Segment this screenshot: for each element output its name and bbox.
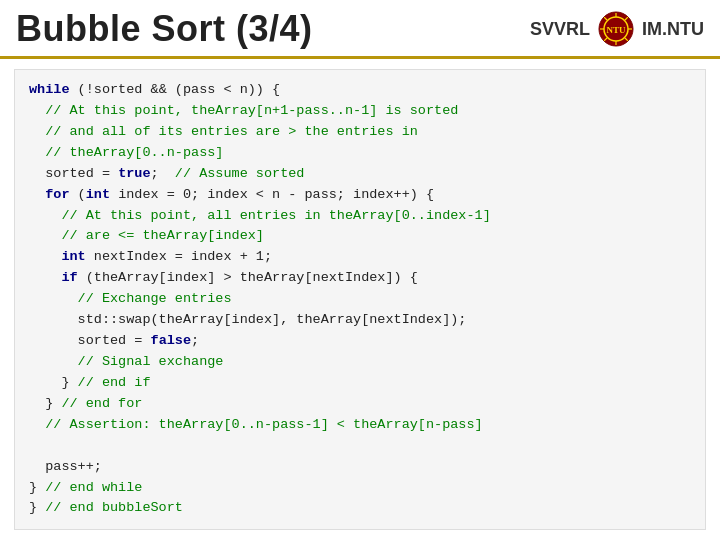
code-line-8: // are <= theArray[index] [29,226,691,247]
code-line-7: // At this point, all entries in theArra… [29,206,691,227]
svvrl-text: SVVRL [530,19,590,40]
code-line-3: // and all of its entries are > the entr… [29,122,691,143]
code-line-4: // theArray[0..n-pass] [29,143,691,164]
page-title: Bubble Sort (3/4) [16,8,313,50]
code-line-15: } // end if [29,373,691,394]
code-line-5: sorted = true; // Assume sorted [29,164,691,185]
code-line-10: if (theArray[index] > theArray[nextIndex… [29,268,691,289]
imntu-text: IM.NTU [642,19,704,40]
code-line-1: while (!sorted && (pass < n)) { [29,80,691,101]
code-line-14: // Signal exchange [29,352,691,373]
code-line-11: // Exchange entries [29,289,691,310]
ntu-logo-icon: NTU [598,11,634,47]
code-line-18: pass++; [29,457,691,478]
code-line-13: sorted = false; [29,331,691,352]
code-line-2: // At this point, theArray[n+1-pass..n-1… [29,101,691,122]
page-wrapper: Bubble Sort (3/4) SVVRL NTU [0,0,720,530]
svg-text:NTU: NTU [606,25,626,35]
code-line-6: for (int index = 0; index < n - pass; in… [29,185,691,206]
code-line-blank [29,436,691,457]
header: Bubble Sort (3/4) SVVRL NTU [0,0,720,59]
code-line-17: // Assertion: theArray[0..n-pass-1] < th… [29,415,691,436]
code-block: while (!sorted && (pass < n)) { // At th… [14,69,706,530]
code-line-12: std::swap(theArray[index], theArray[next… [29,310,691,331]
logo-area: SVVRL NTU IM.NTU [530,11,704,47]
code-line-16: } // end for [29,394,691,415]
code-line-9: int nextIndex = index + 1; [29,247,691,268]
code-line-19: } // end while [29,478,691,499]
code-line-20: } // end bubbleSort [29,498,691,519]
